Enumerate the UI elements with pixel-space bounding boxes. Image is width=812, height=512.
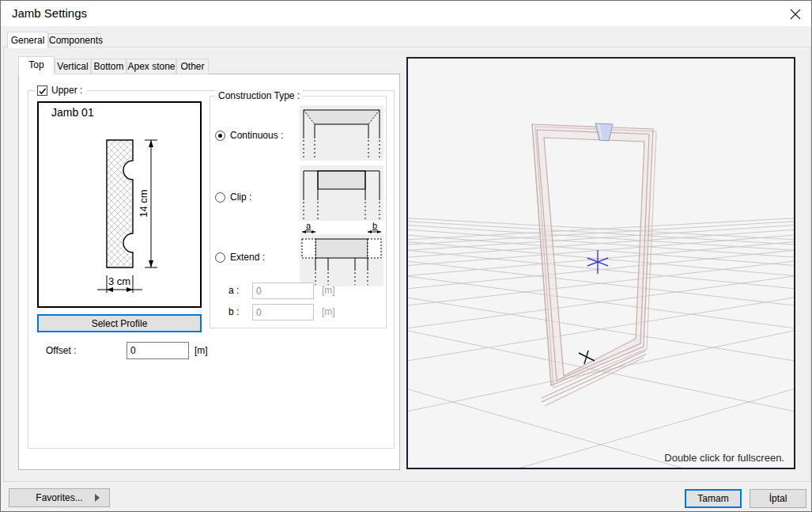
profile-drawing: 14 cm 3 cm: [39, 103, 200, 306]
radio-extend[interactable]: Extend :: [215, 252, 265, 263]
close-icon[interactable]: [788, 7, 803, 21]
clip-diagram: [300, 165, 383, 221]
profile-preview: Jamb 01 14 cm: [37, 101, 202, 308]
select-profile-button[interactable]: Select Profile: [37, 314, 202, 332]
radio-extend-circle[interactable]: [215, 252, 225, 263]
tab-components[interactable]: Components: [48, 33, 101, 47]
fullscreen-hint: Double click for fullscreen.: [664, 452, 784, 464]
profile-name: Jamb 01: [51, 106, 94, 119]
tab-top[interactable]: Top: [18, 56, 55, 74]
submenu-arrow-icon: [95, 494, 100, 502]
preview-3d-scene: [408, 59, 794, 468]
preview-3d-viewport[interactable]: Double click for fullscreen.: [406, 57, 795, 469]
upper-group: Upper : Jamb 01: [28, 90, 395, 449]
tab-general[interactable]: General: [7, 32, 48, 48]
svg-text:b: b: [372, 222, 377, 230]
construction-type-group: Construction Type : Continuous : Clip : …: [210, 96, 387, 328]
offset-label: Offset :: [46, 345, 76, 356]
construction-type-label: Construction Type :: [215, 90, 303, 101]
radio-clip-circle[interactable]: [215, 192, 225, 203]
floor-grid: [408, 177, 794, 468]
b-input: [252, 304, 314, 320]
jamb-settings-dialog: Jamb Settings General Components Top Ver…: [0, 0, 812, 512]
radio-clip-label: Clip :: [230, 192, 251, 203]
offset-unit: [m]: [195, 345, 208, 356]
favorites-button[interactable]: Favorites...: [9, 488, 110, 507]
svg-text:3 cm: 3 cm: [108, 275, 130, 287]
continuous-diagram: [300, 105, 383, 161]
upper-checkbox-label: Upper :: [51, 85, 82, 96]
radio-continuous-label: Continuous :: [230, 130, 283, 141]
b-unit: [m]: [322, 306, 335, 317]
a-unit: [m]: [322, 285, 335, 296]
radio-continuous-circle[interactable]: [215, 131, 225, 141]
radio-clip[interactable]: Clip :: [215, 192, 251, 203]
tab-other[interactable]: Other: [176, 59, 209, 74]
upper-checkbox[interactable]: [37, 85, 47, 96]
a-input: [252, 283, 314, 299]
titlebar: Jamb Settings: [1, 1, 811, 26]
radio-continuous[interactable]: Continuous :: [215, 130, 283, 141]
top-tab-page: Upper : Jamb 01: [18, 74, 400, 470]
favorites-label: Favorites...: [36, 492, 82, 503]
b-label: b :: [228, 306, 239, 317]
a-label: a :: [228, 285, 239, 296]
window-title: Jamb Settings: [12, 6, 87, 20]
tab-bottom[interactable]: Bottom: [91, 59, 127, 74]
svg-text:a: a: [306, 222, 312, 230]
extend-diagram: a b: [300, 222, 383, 286]
radio-extend-label: Extend :: [230, 252, 265, 263]
tab-vertical[interactable]: Vertical: [55, 59, 91, 74]
tab-apex-stone[interactable]: Apex stone: [127, 59, 176, 74]
cancel-button[interactable]: İptal: [750, 489, 806, 508]
svg-text:14 cm: 14 cm: [138, 189, 149, 217]
checkbox-check-icon: [38, 87, 47, 96]
offset-input[interactable]: [127, 342, 189, 359]
ok-button[interactable]: Tamam: [685, 489, 742, 508]
